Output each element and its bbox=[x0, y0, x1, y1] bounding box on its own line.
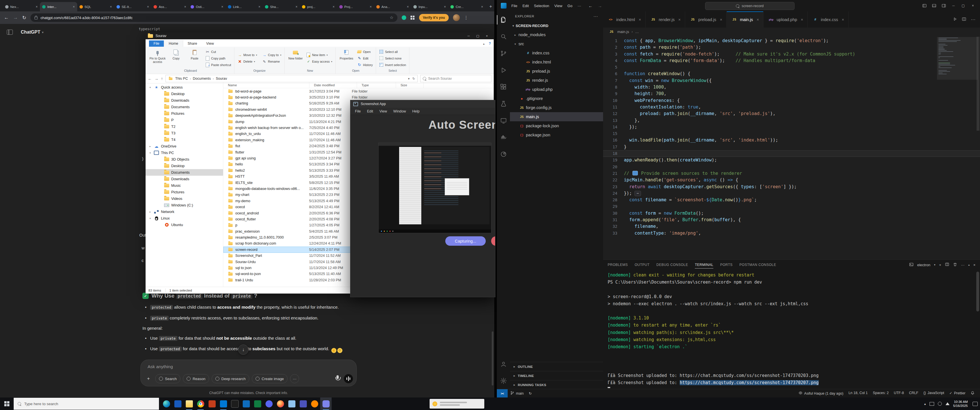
taskbar-icon-powerpoint[interactable] bbox=[206, 397, 218, 410]
back-icon[interactable]: ← bbox=[148, 76, 152, 81]
ribbon-new-folder[interactable]: New folder bbox=[286, 48, 304, 69]
taskbar-icon-chrome[interactable] bbox=[195, 397, 206, 410]
ribbon-tab-file[interactable]: File bbox=[149, 40, 164, 47]
vscode-file-forge-config-js[interactable]: JSforge.config.js bbox=[510, 103, 603, 112]
editor-tab-index-html[interactable]: <>index.html× bbox=[603, 11, 646, 28]
ribbon-rename[interactable]: Rename bbox=[261, 59, 282, 64]
tab-close-icon[interactable]: × bbox=[720, 17, 722, 22]
ribbon-select-all[interactable]: Select all bbox=[378, 49, 407, 55]
volume-icon[interactable] bbox=[938, 402, 942, 406]
ribbon-invert-selection[interactable]: Invert selection bbox=[378, 62, 407, 68]
tab-close-icon[interactable]: × bbox=[842, 17, 844, 22]
activity-run-and-debug-icon[interactable] bbox=[497, 62, 510, 79]
browser-tab[interactable]: Sha...× bbox=[262, 2, 300, 11]
run-file-icon[interactable] bbox=[953, 17, 957, 22]
extensions-puzzle-icon[interactable] bbox=[410, 16, 415, 20]
ribbon-paste-shortcut[interactable]: Paste shortcut bbox=[204, 62, 232, 68]
ribbon-new-item[interactable]: New item▾ bbox=[305, 52, 333, 58]
tab-close-icon[interactable]: × bbox=[757, 17, 759, 22]
menu-view[interactable]: View bbox=[377, 108, 390, 114]
panel-close-icon[interactable]: × bbox=[973, 263, 975, 267]
column-header-name[interactable]: Name bbox=[223, 82, 309, 88]
ribbon-easy-access[interactable]: Easy access▾ bbox=[305, 59, 333, 64]
ribbon-cut[interactable]: Cut bbox=[204, 49, 232, 55]
ribbon-edit[interactable]: Edit bbox=[356, 56, 374, 61]
taskbar-icon-outlook[interactable] bbox=[240, 397, 252, 410]
tab-close-icon[interactable]: × bbox=[333, 5, 335, 9]
terminal-output[interactable]: [nodemon] clean exit - waiting for chang… bbox=[608, 272, 974, 388]
chat-composer[interactable]: Ask anything + SearchReasonDeep research… bbox=[141, 360, 356, 386]
help-icon[interactable]: ? bbox=[489, 41, 491, 46]
taskbar-icon-notepad[interactable] bbox=[286, 397, 298, 410]
activity-testing-icon[interactable] bbox=[497, 95, 510, 112]
activity-explorer-icon[interactable] bbox=[497, 11, 510, 28]
vscode-file-preload-js[interactable]: JSpreload.js bbox=[510, 67, 603, 76]
refresh-icon[interactable]: ↻ bbox=[412, 77, 415, 81]
browser-tab[interactable]: Inter...× bbox=[40, 2, 77, 11]
formatter[interactable]: ✓Prettier bbox=[947, 391, 968, 395]
browser-tab[interactable]: Osti...× bbox=[188, 2, 225, 11]
vscode-file-index-html[interactable]: <>index.html bbox=[510, 57, 603, 67]
editor-tab-preload-js[interactable]: JSpreload.js× bbox=[685, 11, 727, 28]
command-center-search[interactable]: screen-record bbox=[705, 2, 795, 10]
activity-settings-icon[interactable] bbox=[497, 372, 510, 389]
mic-icon[interactable] bbox=[334, 375, 341, 383]
stop-button[interactable] bbox=[491, 236, 495, 246]
composer-tool-deep-research[interactable]: Deep research bbox=[212, 374, 249, 383]
battery-icon[interactable] bbox=[929, 402, 934, 406]
explorer-tree-item-documents[interactable]: Documents bbox=[146, 103, 223, 110]
composer-tool-search[interactable]: Search bbox=[155, 374, 180, 383]
ribbon-copy[interactable]: Copy bbox=[167, 48, 185, 69]
encoding[interactable]: UTF-8 bbox=[891, 391, 906, 395]
editor-tab-render-js[interactable]: JSrender.js× bbox=[646, 11, 685, 28]
explorer-tree-item-videos[interactable]: Videos bbox=[146, 195, 223, 202]
ribbon-paste[interactable]: Paste bbox=[186, 48, 204, 69]
menu-go[interactable]: Go bbox=[565, 3, 575, 9]
new-tab-button[interactable]: + bbox=[487, 3, 494, 10]
chat-scrollbar[interactable] bbox=[492, 331, 493, 386]
project-root[interactable]: ▾SCREEN-RECORD bbox=[510, 21, 603, 30]
activity-search-icon[interactable] bbox=[497, 28, 510, 45]
taskbar-icon-vlc[interactable] bbox=[309, 397, 320, 410]
taskbar-icon-terminal[interactable] bbox=[229, 397, 240, 410]
ribbon-pin-to-quick-access[interactable]: Pin to Quick access bbox=[149, 48, 166, 69]
ribbon-copy-path[interactable]: Copy path bbox=[204, 56, 232, 61]
forward-icon[interactable]: → bbox=[13, 15, 18, 21]
nav-forward-icon[interactable]: → bbox=[598, 3, 602, 8]
tab-close-icon[interactable]: × bbox=[801, 17, 803, 22]
new-terminal-icon[interactable]: + bbox=[939, 263, 941, 267]
explorer-tree-item-pictures[interactable]: Pictures bbox=[146, 189, 223, 195]
extension-icon[interactable] bbox=[402, 15, 406, 20]
chevron-down-icon[interactable]: ▾ bbox=[408, 77, 410, 81]
tab-close-icon[interactable]: × bbox=[73, 5, 75, 9]
git-branch[interactable]: main bbox=[508, 389, 526, 397]
sidebar-toggle-icon[interactable] bbox=[7, 30, 13, 35]
browser-tab[interactable]: Inpu...× bbox=[411, 2, 448, 11]
menu-help[interactable]: Help bbox=[409, 108, 423, 114]
explorer-tree-item-desktop[interactable]: Desktop bbox=[146, 162, 223, 169]
tab-close-icon[interactable]: × bbox=[370, 5, 372, 9]
ribbon-tab-home[interactable]: Home bbox=[164, 40, 183, 47]
menu-edit[interactable]: Edit bbox=[520, 3, 531, 9]
ribbon-copy-to[interactable]: Copy to▾ bbox=[261, 52, 282, 58]
vscode-file-render-js[interactable]: JSrender.js bbox=[510, 76, 603, 85]
explorer-tree-item-network[interactable]: ▸Network bbox=[146, 208, 223, 215]
tab-close-icon[interactable]: × bbox=[678, 17, 681, 22]
explorer-tree-item-onedrive[interactable]: ▸OneDrive bbox=[146, 143, 223, 149]
voice-mode-button[interactable] bbox=[344, 374, 353, 383]
terminal-scrollbar[interactable] bbox=[976, 272, 979, 311]
notifications-bell-icon[interactable] bbox=[968, 391, 977, 395]
activity-remote-explorer-icon[interactable] bbox=[497, 112, 510, 129]
taskbar-icon-edge[interactable] bbox=[161, 397, 172, 410]
panel-tab-debug-console[interactable]: DEBUG CONSOLE bbox=[656, 260, 688, 270]
ribbon-tab-share[interactable]: Share bbox=[183, 40, 202, 47]
screenshot-app-titlebar[interactable]: Screenshot App bbox=[350, 100, 495, 108]
wifi-icon[interactable] bbox=[945, 402, 950, 405]
weather-widget[interactable] bbox=[430, 399, 484, 408]
explorer-search-input[interactable]: Search Sourav bbox=[420, 75, 492, 82]
explorer-tree-item-linux[interactable]: ▾Linux bbox=[146, 215, 223, 221]
remote-indicator[interactable]: >< bbox=[497, 389, 508, 397]
explorer-tree-item-downloads[interactable]: Downloads bbox=[146, 97, 223, 103]
editor-more-icon[interactable]: ··· bbox=[971, 17, 975, 22]
vscode-file-src[interactable]: ▾src bbox=[510, 39, 603, 48]
